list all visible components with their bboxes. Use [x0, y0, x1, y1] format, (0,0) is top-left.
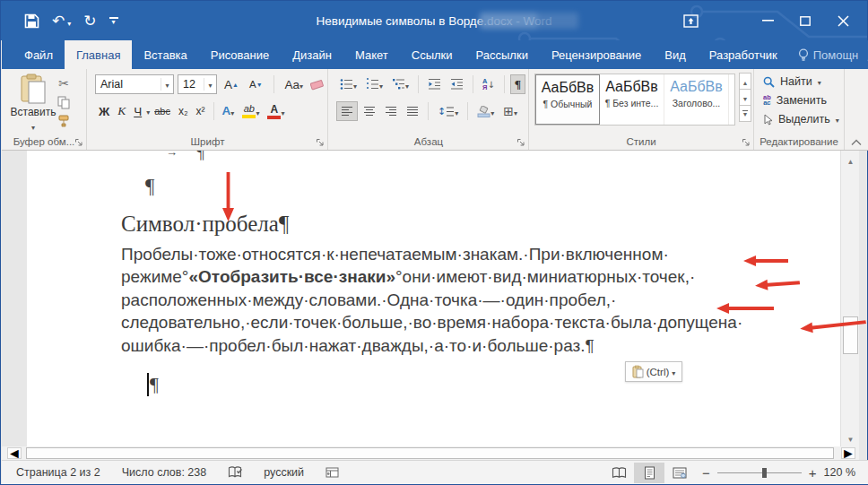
- collapse-ribbon-button[interactable]: [851, 139, 862, 146]
- style-no-spacing-name: ¶ Без инте...: [605, 98, 659, 108]
- replace-button[interactable]: abac Заменить: [763, 94, 827, 107]
- cut-icon[interactable]: ✂: [58, 76, 69, 91]
- close-button[interactable]: [824, 7, 862, 34]
- superscript-button[interactable]: x²: [193, 101, 209, 121]
- borders-button[interactable]: ⊞: [499, 101, 521, 121]
- web-layout-button[interactable]: [664, 463, 695, 483]
- paragraph-dialog-launcher-icon[interactable]: [516, 138, 525, 147]
- tab-file[interactable]: Файл: [13, 40, 65, 69]
- clipboard-dialog-launcher-icon[interactable]: [74, 138, 83, 147]
- align-right-button[interactable]: [381, 101, 401, 121]
- subscript-button[interactable]: x₂: [175, 101, 192, 121]
- undo-button[interactable]: ↶: [52, 13, 71, 29]
- tab-references[interactable]: Ссылки: [400, 40, 464, 69]
- customize-quick-access-icon[interactable]: [109, 17, 118, 24]
- styles-scroll-down-button[interactable]: [739, 89, 751, 106]
- underline-caret-icon[interactable]: [146, 105, 150, 117]
- shading-caret-icon: [490, 105, 494, 118]
- style-normal-preview: АаБбВв: [542, 81, 595, 95]
- tab-insert[interactable]: Вставка: [132, 40, 198, 69]
- macro-recording[interactable]: [315, 461, 350, 484]
- scroll-right-button[interactable]: [841, 447, 855, 459]
- zoom-out-button[interactable]: −: [702, 466, 710, 480]
- bullets-button[interactable]: [336, 74, 360, 94]
- proofing-status[interactable]: [217, 461, 253, 484]
- decrease-indent-button[interactable]: [424, 74, 445, 94]
- horizontal-scrollbar[interactable]: [2, 446, 859, 460]
- numbering-button[interactable]: [362, 74, 386, 94]
- format-painter-icon[interactable]: [57, 115, 70, 127]
- style-no-spacing[interactable]: АаБбВв ¶ Без инте...: [600, 74, 664, 125]
- tab-review[interactable]: Рецензирование: [540, 40, 653, 69]
- scroll-down-button[interactable]: [843, 430, 858, 445]
- zoom-slider-thumb[interactable]: [762, 468, 767, 478]
- shrink-font-button[interactable]: A▼: [246, 74, 266, 94]
- tab-design[interactable]: Дизайн: [281, 40, 343, 69]
- vertical-scrollbar-thumb[interactable]: [843, 316, 858, 354]
- italic-button[interactable]: К: [114, 101, 129, 121]
- group-label-clipboard: Буфер обм...: [2, 136, 86, 147]
- scroll-left-button[interactable]: [7, 447, 22, 459]
- paste-options-label: (Ctrl): [647, 367, 670, 377]
- tab-home[interactable]: Главная: [65, 40, 132, 69]
- find-button[interactable]: Найти: [763, 75, 821, 88]
- minimize-button[interactable]: [749, 7, 786, 34]
- save-icon[interactable]: [24, 13, 39, 29]
- document-canvas[interactable]: → ¶ ¶ Символ·пробела¶ Пробелы·тоже·относ…: [2, 151, 840, 446]
- page-indicator[interactable]: Страница 2 из 2: [2, 461, 111, 484]
- select-label: Выделить: [778, 113, 830, 126]
- style-normal[interactable]: АаБбВв ¶ Обычный: [535, 74, 600, 125]
- increase-indent-button[interactable]: [447, 74, 467, 94]
- paste-options-button[interactable]: (Ctrl): [625, 361, 682, 382]
- scroll-up-button[interactable]: [843, 152, 858, 167]
- align-center-button[interactable]: [360, 101, 379, 121]
- redo-icon[interactable]: ↻: [83, 13, 96, 29]
- superscript-glyph: x²: [196, 105, 205, 117]
- macro-icon: [326, 467, 339, 478]
- font-size-combobox[interactable]: 12: [178, 74, 217, 94]
- horizontal-scrollbar-thumb[interactable]: [26, 447, 834, 459]
- change-case-button[interactable]: Aa: [282, 74, 308, 94]
- bold-button[interactable]: Ж: [95, 101, 113, 121]
- zoom-in-button[interactable]: +: [809, 466, 817, 480]
- language-indicator[interactable]: русский: [253, 461, 315, 484]
- style-heading[interactable]: АаБбВв Заголово...: [664, 74, 729, 125]
- text-highlight-button[interactable]: ab: [239, 101, 263, 121]
- clear-formatting-eraser-icon[interactable]: [310, 78, 325, 91]
- styles-gallery-more-button[interactable]: [739, 105, 751, 122]
- tab-developer[interactable]: Разработчик: [698, 40, 789, 69]
- justify-button[interactable]: [403, 101, 422, 121]
- line-spacing-button[interactable]: ↕: [434, 101, 462, 121]
- grow-font-button[interactable]: A▲: [221, 74, 242, 94]
- font-color-button[interactable]: А: [264, 101, 288, 121]
- shading-button[interactable]: [473, 101, 498, 121]
- lightbulb-icon: [798, 48, 809, 62]
- paste-button[interactable]: Вставить: [13, 74, 54, 138]
- text-effects-button[interactable]: А: [219, 101, 239, 121]
- font-dialog-launcher-icon[interactable]: [316, 138, 325, 147]
- sort-button[interactable]: АЯ↓: [479, 74, 499, 94]
- tell-me-box[interactable]: Помощн: [789, 40, 868, 69]
- tab-layout[interactable]: Макет: [343, 40, 400, 69]
- styles-scroll-up-button[interactable]: [739, 73, 751, 90]
- word-count[interactable]: Число слов: 238: [111, 461, 218, 484]
- read-mode-button[interactable]: [603, 463, 634, 483]
- tab-mailings[interactable]: Рассылки: [464, 40, 540, 69]
- maximize-button[interactable]: [786, 7, 824, 34]
- copy-icon[interactable]: [57, 96, 70, 109]
- font-name-combobox[interactable]: Arial: [95, 74, 174, 94]
- tab-draw[interactable]: Рисование: [199, 40, 281, 69]
- ribbon-display-options-icon[interactable]: [670, 7, 711, 34]
- tab-view[interactable]: Вид: [653, 40, 698, 69]
- zoom-slider[interactable]: [717, 467, 802, 479]
- show-formatting-marks-button[interactable]: ¶: [510, 74, 525, 94]
- select-button[interactable]: Выделить: [763, 113, 839, 126]
- align-left-button[interactable]: [336, 101, 358, 121]
- multilevel-list-button[interactable]: [388, 74, 412, 94]
- print-layout-button[interactable]: [634, 463, 664, 483]
- zoom-level[interactable]: 120 %: [824, 466, 855, 479]
- styles-dialog-launcher-icon[interactable]: [742, 138, 751, 147]
- vertical-scrollbar[interactable]: [840, 151, 859, 446]
- underline-button[interactable]: Ч: [130, 101, 145, 121]
- strikethrough-button[interactable]: abc: [151, 101, 174, 121]
